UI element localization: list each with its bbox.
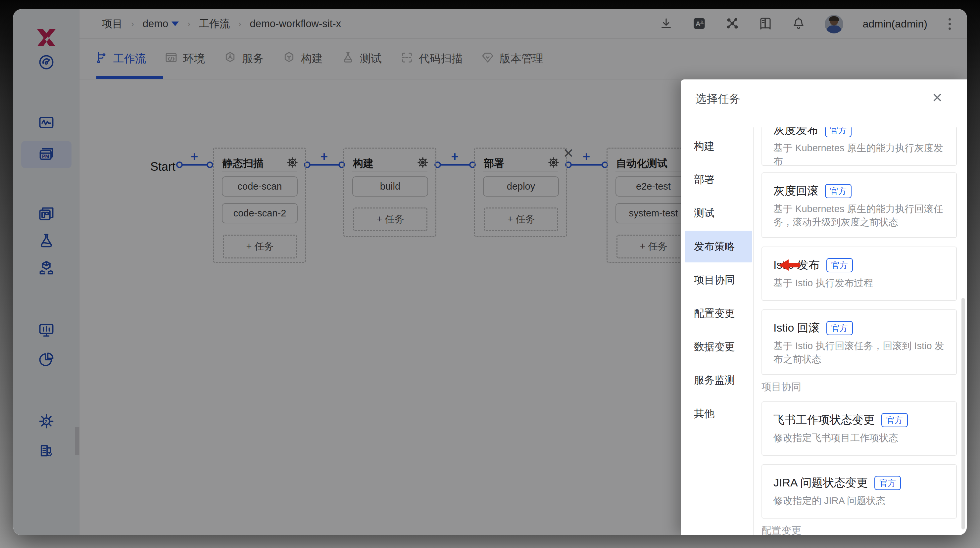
task-card-description: 基于 Istio 执行回滚任务，回滚到 Istio 发布之前状态 xyxy=(773,339,946,366)
drawer-title: 选择任务 xyxy=(695,91,740,106)
task-category-配置变更[interactable]: 配置变更 xyxy=(685,297,752,329)
select-task-drawer: 选择任务 × 构建部署测试发布策略项目协同配置变更数据变更服务监测其他 灰度发布… xyxy=(681,79,967,535)
category-label: 测试 xyxy=(694,206,714,220)
official-badge: 官方 xyxy=(826,321,853,335)
task-card-description: 基于 Istio 执行发布过程 xyxy=(773,276,946,289)
task-card-title-row: Istio 回滚官方 xyxy=(773,320,853,336)
task-category-项目协同[interactable]: 项目协同 xyxy=(685,264,752,296)
task-card-灰度发布[interactable]: 灰度发布官方基于 Kubernetes 原生的能力执行灰度发布 xyxy=(762,127,957,166)
task-card-description: 修改指定飞书项目工作项状态 xyxy=(773,431,946,445)
task-category-部署[interactable]: 部署 xyxy=(685,164,752,195)
official-badge: 官方 xyxy=(881,413,908,427)
category-label: 其他 xyxy=(694,407,714,421)
drawer-scrollbar[interactable] xyxy=(961,298,965,529)
task-card-description: 修改指定的 JIRA 问题状态 xyxy=(773,494,946,507)
category-label: 数据变更 xyxy=(694,340,735,354)
task-card-title: 灰度回滚 xyxy=(773,183,818,199)
task-category-其他[interactable]: 其他 xyxy=(685,398,752,429)
official-badge: 官方 xyxy=(825,127,851,137)
task-category-发布策略[interactable]: 发布策略 xyxy=(685,231,752,262)
task-card-title: 灰度发布 xyxy=(773,127,818,138)
category-label: 构建 xyxy=(694,139,714,153)
official-badge: 官方 xyxy=(826,258,853,272)
pointer-arrow-icon xyxy=(779,259,800,271)
task-card-title-row: 灰度回滚官方 xyxy=(773,183,851,199)
task-category-list: 构建部署测试发布策略项目协同配置变更数据变更服务监测其他 xyxy=(681,130,753,431)
task-card-Istio 发布[interactable]: Istio 发布官方基于 Istio 执行发布过程 xyxy=(762,246,957,301)
task-card-title: Istio 回滚 xyxy=(773,320,820,335)
official-badge: 官方 xyxy=(825,184,851,198)
category-label: 部署 xyxy=(694,173,714,187)
task-card-飞书工作项状态变更[interactable]: 飞书工作项状态变更官方修改指定飞书项目工作项状态 xyxy=(762,402,957,456)
category-divider xyxy=(753,127,754,535)
drawer-close-icon[interactable]: × xyxy=(932,89,942,106)
task-card-title: 飞书工作项状态变更 xyxy=(773,412,875,427)
task-category-测试[interactable]: 测试 xyxy=(685,197,752,229)
task-card-JIRA 问题状态变更[interactable]: JIRA 问题状态变更官方修改指定的 JIRA 问题状态 xyxy=(762,464,957,519)
category-label: 项目协同 xyxy=(694,273,735,287)
task-category-构建[interactable]: 构建 xyxy=(685,130,752,162)
task-category-服务监测[interactable]: 服务监测 xyxy=(685,364,752,396)
app-window: PMz › 项目›demo›工作流›demo-workflow-sit-x A文… xyxy=(13,9,967,535)
task-card-Istio 回滚[interactable]: Istio 回滚官方基于 Istio 执行回滚任务，回滚到 Istio 发布之前… xyxy=(762,310,957,375)
task-card-title-row: 飞书工作项状态变更官方 xyxy=(773,412,908,428)
task-card-description: 基于 Kubernetes 原生的能力执行回滚任务，滚动升级到灰度之前状态 xyxy=(773,202,946,229)
task-card-list[interactable]: 灰度发布官方基于 Kubernetes 原生的能力执行灰度发布灰度回滚官方基于 … xyxy=(762,127,959,535)
task-card-title-row: JIRA 问题状态变更官方 xyxy=(773,475,901,491)
task-section-label: 项目协同 xyxy=(762,381,957,393)
task-card-title-row: Istio 发布官方 xyxy=(773,257,853,273)
task-card-灰度回滚[interactable]: 灰度回滚官方基于 Kubernetes 原生的能力执行回滚任务，滚动升级到灰度之… xyxy=(762,172,957,238)
category-label: 服务监测 xyxy=(694,373,735,387)
official-badge: 官方 xyxy=(874,476,901,490)
task-card-title: JIRA 问题状态变更 xyxy=(773,475,868,491)
category-label: 配置变更 xyxy=(694,307,735,320)
task-category-数据变更[interactable]: 数据变更 xyxy=(685,331,752,363)
task-section-label: 配置变更 xyxy=(762,524,957,535)
task-card-title-row: 灰度发布官方 xyxy=(773,127,851,138)
task-card-description: 基于 Kubernetes 原生的能力执行灰度发布 xyxy=(773,141,946,168)
category-label: 发布策略 xyxy=(694,240,735,254)
